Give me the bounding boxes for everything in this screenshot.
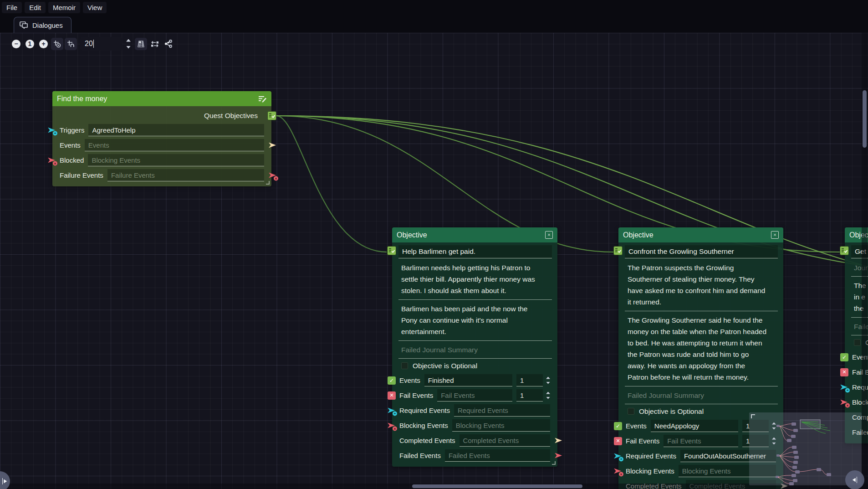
- events-out-port[interactable]: [269, 142, 276, 148]
- failed-arrow-icon: [555, 453, 562, 458]
- text-caret: [93, 40, 94, 48]
- completed-events-input[interactable]: Completed Events: [460, 434, 550, 447]
- events-count-input[interactable]: 1: [516, 374, 543, 386]
- required-in-port[interactable]: +: [388, 407, 395, 413]
- spin-down-icon[interactable]: [126, 46, 131, 49]
- minimap-collapse-button[interactable]: [845, 470, 864, 489]
- failed-events-input[interactable]: Failed Events: [445, 449, 550, 462]
- spin-up-icon[interactable]: [126, 39, 131, 42]
- objective1-header[interactable]: Objective ×: [392, 227, 557, 242]
- objective1-failed-row: Failed Events Failed Events: [392, 448, 557, 463]
- plus-icon: +: [39, 40, 48, 48]
- blocking-x-badge: x: [393, 426, 397, 431]
- vertical-scrollbar[interactable]: [862, 33, 868, 489]
- objective2-failed-journal-input[interactable]: Failed Journal Summary: [625, 387, 778, 404]
- share-network-icon: [164, 39, 173, 48]
- failed-events-label: Failed Events: [399, 452, 441, 459]
- objective2-name-input[interactable]: Confront the Growling Southerner: [625, 245, 778, 258]
- quest-node-header[interactable]: Find the money: [52, 91, 271, 106]
- objective2-completed-journal-text[interactable]: The Growling Southerner said he found th…: [625, 312, 778, 386]
- completed-out-port[interactable]: [555, 438, 562, 443]
- x-icon: ✕: [388, 391, 396, 400]
- minimap-toggle-button[interactable]: [135, 38, 147, 50]
- triggers-in-port[interactable]: +: [48, 127, 55, 133]
- menu-view[interactable]: View: [83, 2, 107, 13]
- objective1-journal-text[interactable]: Barlimen needs help getting his Patron t…: [398, 260, 552, 300]
- objective1-completed-journal-text[interactable]: Barlimen has been paid and the now the P…: [398, 301, 552, 341]
- failed-out-port[interactable]: [555, 453, 562, 458]
- optional-checkbox[interactable]: [628, 408, 634, 415]
- objective-checklist-icon: [840, 246, 849, 255]
- snap-toggle-button[interactable]: [65, 38, 77, 50]
- menu-memoir[interactable]: Memoir: [48, 2, 80, 13]
- objective1-name-input[interactable]: Help Barlimen get paid.: [398, 245, 552, 258]
- trigger-add-badge: +: [53, 131, 57, 135]
- event-arrow-icon: [269, 142, 276, 148]
- optional-checkbox[interactable]: [854, 339, 861, 346]
- blocking-events-input[interactable]: Blocking Events: [452, 419, 550, 432]
- edit-list-icon[interactable]: [258, 95, 267, 103]
- quest-objectives-out-port[interactable]: [267, 111, 276, 120]
- objective2-header[interactable]: Objective ×: [618, 227, 783, 242]
- required-events-label: Required Events: [626, 452, 676, 460]
- blocking-in-port[interactable]: x: [388, 422, 395, 428]
- arrange-icon: [150, 40, 159, 48]
- failure-events-input[interactable]: Failure Events: [107, 169, 264, 181]
- snap-distance-input[interactable]: 20: [80, 37, 122, 51]
- optional-checkbox[interactable]: [401, 362, 408, 369]
- required-events-input[interactable]: Required Events: [454, 404, 550, 417]
- objective1-failed-journal-input[interactable]: Failed Journal Summary: [398, 342, 552, 359]
- triggers-input[interactable]: AgreedToHelp: [88, 124, 264, 136]
- events-check-port[interactable]: ✓: [388, 376, 396, 385]
- tab-dialogues[interactable]: Dialogues: [14, 17, 71, 33]
- grid-visibility-button[interactable]: [51, 38, 63, 50]
- events-label: Events: [60, 141, 81, 149]
- connection-layout-button[interactable]: [162, 38, 174, 50]
- completed-arrow-icon: [555, 438, 562, 443]
- arrange-nodes-button[interactable]: [148, 38, 161, 50]
- horizontal-scrollbar-thumb[interactable]: [412, 484, 582, 488]
- events-input[interactable]: Finished: [424, 374, 512, 386]
- fail-x-port[interactable]: ✕: [614, 437, 622, 445]
- blocked-row: x Blocked Blocking Events: [52, 153, 271, 168]
- events-check-port[interactable]: ✓: [840, 353, 848, 361]
- fail-x-port[interactable]: ✕: [840, 368, 848, 376]
- required-in-port[interactable]: +: [840, 384, 848, 390]
- events-input[interactable]: NeedAppology: [651, 420, 738, 432]
- events-count-spinner[interactable]: [546, 377, 550, 384]
- blocking-in-port[interactable]: x: [840, 399, 848, 405]
- fail-count-input[interactable]: 1: [516, 389, 543, 401]
- zoom-reset-button[interactable]: 1: [24, 38, 36, 50]
- resize-handle[interactable]: [266, 181, 270, 185]
- blocked-input[interactable]: Blocking Events: [88, 154, 264, 166]
- objective1-in-port[interactable]: [387, 246, 396, 255]
- fail-count-spinner[interactable]: [546, 392, 550, 399]
- menu-file[interactable]: File: [2, 2, 22, 13]
- required-in-port[interactable]: +: [614, 453, 621, 459]
- failure-out-port[interactable]: x: [269, 172, 276, 178]
- objective2-in-port[interactable]: [613, 246, 623, 255]
- events-input[interactable]: Events: [85, 139, 264, 151]
- zoom-in-button[interactable]: +: [37, 38, 50, 50]
- quest-objectives-label: Quest Objectives: [204, 112, 258, 120]
- blocked-in-port[interactable]: x: [48, 157, 55, 163]
- fail-x-port[interactable]: ✕: [388, 391, 396, 400]
- blocking-in-port[interactable]: x: [614, 468, 621, 474]
- zoom-out-button[interactable]: −: [10, 38, 22, 50]
- blocking-x-badge: x: [845, 403, 850, 407]
- resize-handle[interactable]: [552, 461, 556, 465]
- objective3-in-port[interactable]: [840, 246, 849, 255]
- objective2-journal-text[interactable]: The Patron suspects the Growling Souther…: [625, 260, 778, 311]
- events-check-port[interactable]: ✓: [614, 422, 622, 430]
- horizontal-scrollbar[interactable]: [0, 484, 868, 489]
- vertical-scrollbar-thumb[interactable]: [863, 90, 867, 148]
- close-icon[interactable]: ×: [771, 231, 779, 239]
- menu-edit[interactable]: Edit: [25, 2, 46, 13]
- fail-events-input[interactable]: Fail Events: [437, 389, 512, 401]
- fail-events-input[interactable]: Fail Events: [664, 435, 738, 447]
- objective1-required-row: + Required Events Required Events: [392, 403, 557, 418]
- close-icon[interactable]: ×: [545, 231, 553, 239]
- panel-arrow-right-icon: [4, 479, 7, 484]
- snap-distance-spinner[interactable]: [126, 39, 131, 49]
- minimap[interactable]: [749, 412, 862, 485]
